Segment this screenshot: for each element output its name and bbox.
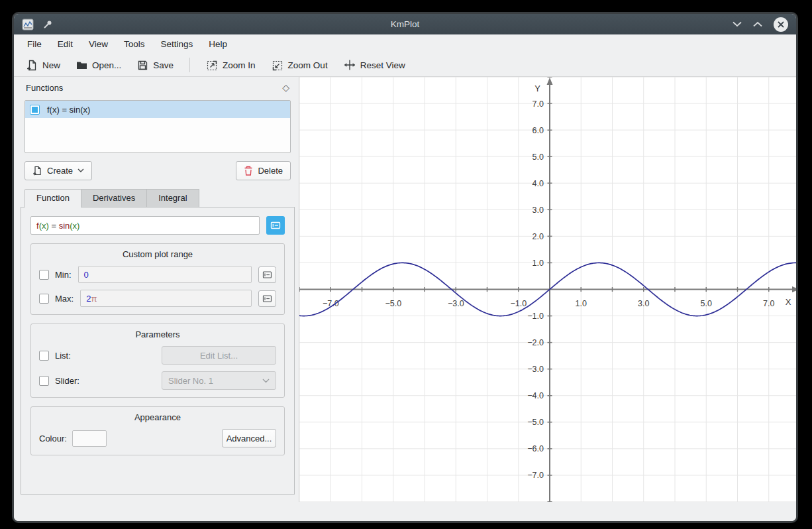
delete-button[interactable]: Delete [236, 161, 291, 180]
toolbar: New Open... Save Zoom In Zoom Out Reset … [14, 54, 796, 77]
svg-text:−3.0: −3.0 [448, 299, 464, 308]
text-field-icon [270, 221, 281, 230]
reset-view-icon [344, 59, 356, 71]
plot-canvas[interactable]: −7.0−5.0−3.0−1.01.03.05.07.07.06.05.04.0… [299, 77, 798, 502]
svg-text:2.0: 2.0 [533, 232, 544, 241]
trash-icon [244, 166, 253, 176]
edit-list-button[interactable]: Edit List... [162, 346, 276, 365]
zoom-in-button[interactable]: Zoom In [200, 56, 262, 74]
save-button[interactable]: Save [131, 56, 179, 74]
dock-title: Functions [26, 83, 63, 93]
equation-input[interactable]: f(x) = sin(x) [30, 216, 260, 235]
zoom-out-button[interactable]: Zoom Out [266, 56, 334, 74]
min-checkbox[interactable] [39, 270, 49, 280]
functions-dock: Functions ◇ f(x) = sin(x) Create Delete [17, 78, 299, 496]
dock-float-icon[interactable]: ◇ [282, 82, 289, 93]
advanced-button[interactable]: Advanced... [222, 429, 276, 447]
minimize-button[interactable] [733, 21, 742, 27]
function-list-item[interactable]: f(x) = sin(x) [25, 101, 290, 118]
parameters-group: Parameters List: Edit List... Slider: Sl… [30, 323, 285, 398]
menu-bar: File Edit View Tools Settings Help [14, 34, 796, 54]
svg-text:3.0: 3.0 [533, 206, 544, 215]
svg-text:−1.0: −1.0 [527, 312, 544, 321]
plot-view[interactable]: −7.0−5.0−3.0−1.01.03.05.07.07.06.05.04.0… [299, 77, 798, 502]
list-label: List: [55, 351, 71, 361]
slider-select[interactable]: Slider No. 1 [162, 371, 276, 390]
menu-help[interactable]: Help [201, 34, 235, 54]
svg-text:7.0: 7.0 [763, 299, 774, 308]
menu-edit[interactable]: Edit [50, 34, 81, 54]
open-folder-icon [76, 60, 87, 70]
function-list[interactable]: f(x) = sin(x) [25, 100, 291, 153]
min-label: Min: [55, 270, 72, 280]
menu-file[interactable]: File [19, 34, 50, 54]
chevron-down-icon [77, 168, 84, 173]
svg-text:−1.0: −1.0 [510, 299, 527, 308]
title-bar[interactable]: KmPlot [14, 14, 796, 34]
text-field-icon [262, 294, 272, 303]
svg-text:1.0: 1.0 [576, 299, 587, 308]
svg-text:3.0: 3.0 [638, 299, 649, 308]
custom-plot-range-group: Custom plot range Min: 0 Max: 2π [30, 243, 285, 315]
svg-text:4.0: 4.0 [533, 179, 544, 188]
colour-label: Colour: [39, 434, 67, 443]
max-label: Max: [55, 294, 74, 304]
menu-view[interactable]: View [81, 34, 116, 54]
svg-text:Y: Y [534, 84, 540, 93]
slider-checkbox[interactable] [39, 376, 49, 386]
function-visible-checkbox[interactable] [30, 105, 40, 115]
svg-text:5.0: 5.0 [533, 152, 544, 162]
appearance-title: Appearance [39, 412, 276, 422]
new-button[interactable]: New [21, 56, 66, 74]
chevron-down-icon [262, 379, 270, 383]
create-button[interactable]: Create [25, 161, 92, 180]
svg-text:−6.0: −6.0 [527, 444, 544, 453]
status-bar [14, 502, 796, 521]
svg-text:−5.0: −5.0 [527, 418, 544, 427]
appearance-group: Appearance Colour: Advanced... [30, 406, 285, 455]
menu-settings[interactable]: Settings [153, 34, 201, 54]
svg-text:5.0: 5.0 [701, 299, 712, 308]
min-editor-button[interactable] [258, 266, 276, 283]
svg-text:−7.0: −7.0 [527, 471, 544, 480]
equation-text: f(x) = sin(x) [36, 221, 79, 231]
zoom-in-icon [206, 59, 218, 71]
max-checkbox[interactable] [39, 294, 49, 304]
maximize-button[interactable] [753, 21, 762, 27]
save-floppy-icon [137, 60, 148, 71]
pin-icon[interactable] [42, 19, 53, 30]
svg-text:−2.0: −2.0 [527, 338, 544, 347]
svg-text:X: X [786, 297, 791, 307]
function-list-item-label: f(x) = sin(x) [47, 105, 90, 115]
toolbar-separator [189, 58, 190, 72]
tab-integral[interactable]: Integral [146, 189, 199, 207]
create-document-icon [32, 166, 42, 176]
max-editor-button[interactable] [258, 290, 276, 307]
app-icon [22, 19, 34, 30]
colour-swatch-button[interactable] [72, 430, 107, 447]
menu-tools[interactable]: Tools [116, 34, 153, 54]
plot-range-title: Custom plot range [39, 249, 276, 259]
max-input[interactable]: 2π [80, 290, 252, 307]
slider-label: Slider: [55, 376, 79, 386]
equation-editor-button[interactable] [266, 216, 285, 235]
editor-tabbar: Function Derivatives Integral [25, 189, 299, 207]
min-input[interactable]: 0 [78, 266, 252, 283]
svg-text:−5.0: −5.0 [385, 299, 401, 308]
close-button[interactable] [774, 17, 788, 32]
dock-header: Functions ◇ [17, 78, 299, 97]
new-document-icon [26, 60, 38, 71]
window-title: KmPlot [14, 19, 796, 29]
open-button[interactable]: Open... [70, 56, 127, 74]
svg-text:−3.0: −3.0 [527, 365, 544, 374]
parameters-title: Parameters [39, 329, 276, 339]
svg-text:6.0: 6.0 [533, 126, 544, 135]
list-checkbox[interactable] [39, 351, 49, 361]
kmplot-window: KmPlot File Edit View Tools Setting [12, 12, 798, 523]
function-tab-content: f(x) = sin(x) Custom plot range Min: 0 [21, 207, 295, 495]
tab-derivatives[interactable]: Derivatives [81, 189, 147, 207]
text-field-icon [262, 270, 272, 279]
tab-function[interactable]: Function [25, 189, 81, 207]
reset-view-button[interactable]: Reset View [338, 56, 411, 74]
svg-text:7.0: 7.0 [533, 99, 544, 109]
